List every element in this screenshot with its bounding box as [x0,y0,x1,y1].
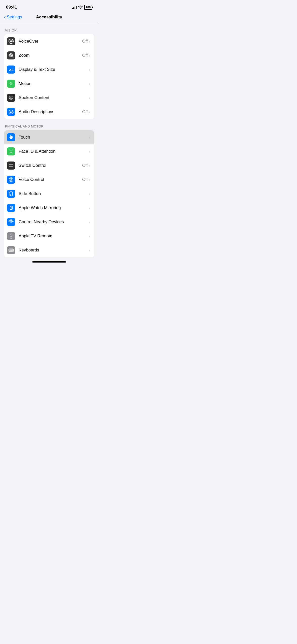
status-time: 09:41 [6,5,17,10]
face-id-content: Face ID & Attention › [19,149,90,154]
vision-group: VoiceOver Off › Zoom Off › [4,34,94,119]
apple-tv-remote-row[interactable]: Apple TV Remote › [4,229,94,243]
control-nearby-devices-label: Control Nearby Devices [19,219,64,224]
switch-control-icon [7,162,15,170]
control-nearby-devices-right: › [89,219,90,225]
nav-header: ‹ Settings Accessibility [0,13,98,23]
voice-control-value: Off [82,177,88,182]
svg-rect-30 [9,249,13,252]
display-text-size-chevron-icon: › [89,67,90,72]
motion-label: Motion [19,81,31,86]
zoom-right: Off › [82,53,90,58]
back-chevron-icon: ‹ [4,14,6,20]
svg-rect-32 [10,249,11,250]
face-id-label: Face ID & Attention [19,149,55,154]
keyboards-content: Keyboards › [19,248,90,253]
spoken-content-chevron-icon: › [89,95,90,101]
voiceover-value: Off [82,39,88,44]
svg-text:AD: AD [10,111,14,114]
keyboards-icon [7,246,15,254]
display-text-size-label: Display & Text Size [19,67,55,72]
spoken-content-row[interactable]: Spoken Content › [4,91,94,105]
svg-rect-22 [11,206,12,206]
display-text-size-content: Display & Text Size › [19,67,90,72]
svg-rect-13 [9,164,11,166]
control-nearby-devices-icon [7,218,15,226]
face-id-chevron-icon: › [89,149,90,154]
apple-watch-mirroring-right: › [89,205,90,211]
voice-control-label: Voice Control [19,177,44,182]
status-bar: 09:41 100 [0,0,98,13]
audio-descriptions-label: Audio Descriptions [19,109,54,114]
vision-section-header: VISION [0,28,98,34]
motion-row[interactable]: Motion › [4,77,94,91]
svg-rect-16 [11,166,13,167]
physical-motor-group: Touch › Face ID & Attention › [4,130,94,257]
voiceover-row[interactable]: VoiceOver Off › [4,34,94,48]
physical-motor-section: PHYSICAL AND MOTOR Touch › [0,124,98,257]
switch-control-value: Off [82,163,88,168]
display-text-size-right: › [89,67,90,72]
switch-control-chevron-icon: › [89,163,90,168]
svg-line-4 [12,56,13,57]
audio-descriptions-value: Off [82,109,88,114]
display-text-size-row[interactable]: AA Display & Text Size › [4,62,94,77]
motion-content: Motion › [19,81,90,86]
back-label: Settings [7,15,22,20]
touch-content: Touch › [19,135,90,140]
svg-rect-31 [10,249,10,250]
keyboards-row[interactable]: Keyboards › [4,243,94,257]
apple-tv-remote-content: Apple TV Remote › [19,234,90,239]
face-id-icon [7,147,15,155]
display-text-size-icon: AA [7,66,15,74]
zoom-label: Zoom [19,53,29,58]
spoken-content-icon [7,94,15,102]
zoom-content: Zoom Off › [19,53,90,58]
apple-watch-mirroring-label: Apple Watch Mirroring [19,205,61,210]
svg-rect-23 [11,209,12,210]
touch-label: Touch [19,135,30,140]
svg-rect-34 [12,249,13,250]
switch-control-content: Switch Control Off › [19,163,90,168]
apple-tv-remote-chevron-icon: › [89,234,90,239]
audio-descriptions-row[interactable]: AD Audio Descriptions Off › [4,105,94,119]
motion-icon [7,80,15,88]
apple-tv-remote-icon [7,232,15,240]
apple-watch-mirroring-row[interactable]: Apple Watch Mirroring › [4,201,94,215]
svg-point-1 [10,40,12,42]
keyboards-right: › [89,248,90,253]
switch-control-row[interactable]: Switch Control Off › [4,158,94,173]
keyboards-chevron-icon: › [89,248,90,253]
side-button-row[interactable]: Side Button › [4,187,94,201]
zoom-row[interactable]: Zoom Off › [4,48,94,62]
svg-rect-35 [10,250,10,251]
keyboards-label: Keyboards [19,248,39,253]
control-nearby-devices-content: Control Nearby Devices › [19,219,90,225]
touch-right: › [89,135,90,140]
svg-rect-15 [9,166,11,167]
spoken-content-label: Spoken Content [19,95,49,100]
side-button-label: Side Button [19,191,41,196]
apple-watch-mirroring-content: Apple Watch Mirroring › [19,205,90,211]
svg-point-27 [11,235,12,236]
touch-icon [7,133,15,141]
spoken-content-content: Spoken Content › [19,95,90,101]
zoom-value: Off [82,53,88,58]
face-id-row[interactable]: Face ID & Attention › [4,144,94,158]
voice-control-icon [7,176,15,184]
side-button-chevron-icon: › [89,191,90,197]
voiceover-label: VoiceOver [19,39,38,44]
svg-rect-24 [11,207,12,209]
touch-row[interactable]: Touch › [4,130,94,144]
switch-control-right: Off › [82,163,90,168]
control-nearby-devices-row[interactable]: Control Nearby Devices › [4,215,94,229]
audio-descriptions-right: Off › [82,109,90,115]
voice-control-row[interactable]: Voice Control Off › [4,173,94,187]
motion-right: › [89,81,90,86]
svg-rect-8 [9,96,13,99]
vision-section: VISION VoiceOver Off › [0,28,98,119]
voiceover-content: VoiceOver Off › [19,39,90,44]
svg-point-3 [10,54,12,56]
back-button[interactable]: ‹ Settings [4,14,22,20]
motion-chevron-icon: › [89,81,90,86]
